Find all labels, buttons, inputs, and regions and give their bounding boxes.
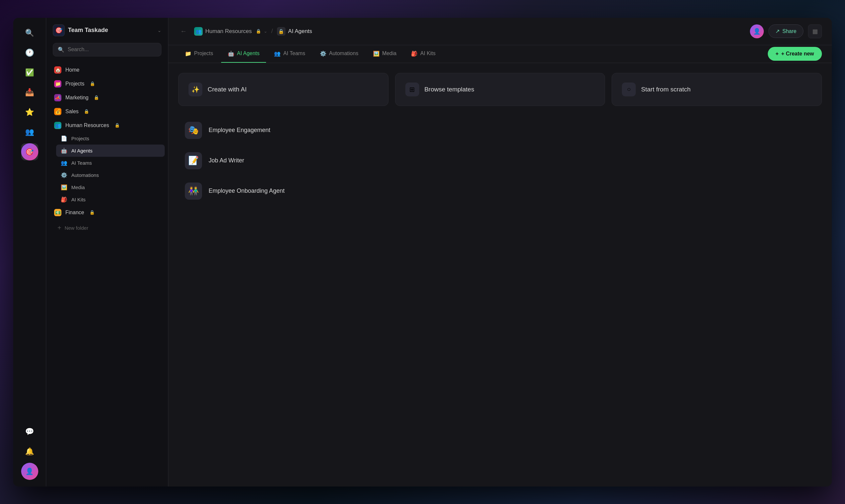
sidebar-item-marketing[interactable]: 📣 Marketing 🔒 [50, 91, 165, 105]
breadcrumb-parent[interactable]: 👥 Human Resources 🔒 ⌄ [194, 27, 267, 36]
sidebar-item-sales[interactable]: 💰 Sales 🔒 [50, 105, 165, 119]
workspace-icon[interactable]: 🎯 [21, 143, 38, 160]
start-from-scratch-label: Start from scratch [641, 86, 690, 93]
breadcrumb: 👥 Human Resources 🔒 ⌄ / 🔒 AI Agents [194, 27, 745, 36]
agent-item-employee-engagement[interactable]: 🎭 Employee Engagement [178, 116, 822, 145]
breadcrumb-current-label: AI Agents [288, 28, 312, 35]
sidebar-nav: 🏠 Home 📁 Projects 🔒 📣 Marketing 🔒 💰 Sale… [46, 63, 168, 480]
share-icon: ↗ [775, 28, 780, 34]
marketing-nav-icon: 📣 [54, 94, 61, 101]
create-with-ai-label: Create with AI [208, 86, 247, 93]
start-from-scratch-icon: ○ [622, 83, 636, 96]
inbox-icon[interactable]: 📥 [21, 84, 38, 101]
sidebar-subitem-ai-teams[interactable]: 👥 AI Teams [56, 157, 165, 169]
sidebar-item-finance[interactable]: 💵 Finance 🔒 [50, 205, 165, 219]
sidebar-item-home[interactable]: 🏠 Home [50, 63, 165, 77]
new-folder-plus-icon: + [57, 224, 61, 232]
layout-toggle-button[interactable]: ▦ [808, 24, 822, 38]
starred-icon[interactable]: ⭐ [21, 104, 38, 121]
members-icon[interactable]: 👥 [21, 123, 38, 141]
hr-nav-icon: 👥 [54, 122, 61, 129]
search-icon: 🔍 [58, 47, 65, 53]
subitem-ai-agents-label: AI Agents [71, 148, 92, 154]
tab-projects[interactable]: 📁 Projects [178, 45, 220, 63]
tab-automations-label: Automations [329, 51, 358, 56]
browse-templates-label: Browse templates [425, 86, 474, 93]
home-nav-icon: 🏠 [54, 66, 61, 74]
tab-projects-icon: 📁 [185, 51, 192, 57]
projects-lock-icon: 🔒 [90, 81, 95, 86]
breadcrumb-parent-lock-icon: 🔒 [256, 29, 261, 34]
sidebar-subitem-media[interactable]: 🖼️ Media [56, 181, 165, 193]
user-avatar-icon[interactable]: 👤 [21, 463, 38, 480]
tab-automations[interactable]: ⚙️ Automations [313, 45, 365, 63]
subitem-ai-kits-icon: 🎒 [61, 196, 67, 203]
tab-ai-agents[interactable]: 🤖 AI Agents [221, 45, 266, 63]
sidebar: 🎯 Team Taskade ⌄ 🔍 🏠 Home 📁 Projects 🔒 📣… [46, 18, 168, 486]
chat-icon[interactable]: 💬 [21, 423, 38, 440]
tab-media-icon: 🖼️ [373, 51, 380, 57]
team-name: Team Taskade [68, 27, 154, 34]
home-label: Home [65, 67, 79, 73]
create-with-ai-card[interactable]: ✨ Create with AI [178, 73, 389, 106]
agent-item-employee-onboarding[interactable]: 👫 Employee Onboarding Agent [178, 177, 822, 205]
top-bar-actions: 👤 ↗ Share ▦ [750, 24, 822, 38]
team-logo: 🎯 [53, 24, 65, 36]
create-new-button[interactable]: + + Create new [768, 47, 822, 61]
projects-label: Projects [65, 81, 85, 87]
agents-list: 🎭 Employee Engagement 📝 Job Ad Writer 👫 … [178, 116, 822, 205]
team-header[interactable]: 🎯 Team Taskade ⌄ [46, 24, 168, 43]
main-content: ← 👥 Human Resources 🔒 ⌄ / 🔒 AI Agents 👤 … [168, 18, 832, 486]
sidebar-subitem-ai-agents[interactable]: 🤖 AI Agents [56, 145, 165, 157]
sidebar-subitem-automations[interactable]: ⚙️ Automations [56, 169, 165, 181]
finance-lock-icon: 🔒 [89, 210, 95, 215]
tabs-bar: 📁 Projects 🤖 AI Agents 👥 AI Teams ⚙️ Aut… [168, 45, 832, 63]
top-user-avatar[interactable]: 👤 [750, 24, 764, 38]
breadcrumb-parent-icon: 👥 [194, 27, 203, 36]
breadcrumb-current: 🔒 AI Agents [277, 27, 312, 36]
sidebar-subitem-ai-kits[interactable]: 🎒 AI Kits [56, 193, 165, 205]
search-input[interactable] [68, 47, 157, 53]
icon-bar: 🔍 🕐 ✅ 📥 ⭐ 👥 🎯 💬 🔔 👤 [13, 18, 46, 486]
search-sidebar-icon[interactable]: 🔍 [21, 24, 38, 41]
tab-ai-teams-icon: 👥 [274, 51, 281, 57]
finance-nav-icon: 💵 [54, 209, 61, 216]
breadcrumb-parent-chevron: ⌄ [264, 29, 267, 34]
tab-ai-teams-label: AI Teams [283, 51, 305, 56]
browse-templates-card[interactable]: ⊞ Browse templates [395, 73, 605, 106]
tab-ai-kits-icon: 🎒 [411, 51, 417, 57]
marketing-lock-icon: 🔒 [94, 95, 99, 100]
share-label: Share [782, 29, 796, 34]
sales-nav-icon: 💰 [54, 108, 61, 115]
subitem-projects-label: Projects [71, 136, 89, 141]
sidebar-item-projects[interactable]: 📁 Projects 🔒 [50, 77, 165, 91]
sales-label: Sales [65, 109, 78, 114]
activity-icon[interactable]: ✅ [21, 64, 38, 81]
back-button[interactable]: ← [178, 25, 189, 37]
tab-media[interactable]: 🖼️ Media [366, 45, 403, 63]
new-folder-button[interactable]: + New folder [50, 221, 165, 235]
team-chevron-icon: ⌄ [158, 28, 161, 33]
tab-automations-icon: ⚙️ [320, 51, 326, 57]
agent-item-job-ad-writer[interactable]: 📝 Job Ad Writer [178, 146, 822, 175]
hr-sub-nav: 📄 Projects 🤖 AI Agents 👥 AI Teams ⚙️ Aut… [50, 132, 165, 205]
subitem-ai-kits-label: AI Kits [71, 197, 86, 202]
agent-emoji-employee-onboarding: 👫 [185, 182, 202, 200]
agent-emoji-employee-engagement: 🎭 [185, 122, 202, 139]
sidebar-subitem-projects[interactable]: 📄 Projects [56, 132, 165, 145]
sales-lock-icon: 🔒 [84, 109, 89, 114]
bell-icon[interactable]: 🔔 [21, 443, 38, 460]
subitem-ai-agents-icon: 🤖 [61, 147, 67, 154]
history-icon[interactable]: 🕐 [21, 44, 38, 61]
start-from-scratch-card[interactable]: ○ Start from scratch [612, 73, 822, 106]
search-box[interactable]: 🔍 [53, 43, 161, 56]
share-button[interactable]: ↗ Share [769, 24, 804, 38]
tab-ai-agents-label: AI Agents [237, 51, 260, 56]
new-folder-label: New folder [65, 225, 88, 231]
subitem-ai-teams-label: AI Teams [71, 160, 92, 166]
agent-emoji-job-ad-writer: 📝 [185, 152, 202, 169]
sidebar-item-human-resources[interactable]: 👥 Human Resources 🔒 [50, 119, 165, 132]
subitem-projects-icon: 📄 [61, 135, 67, 142]
tab-ai-teams[interactable]: 👥 AI Teams [267, 45, 311, 63]
tab-ai-kits[interactable]: 🎒 AI Kits [404, 45, 442, 63]
